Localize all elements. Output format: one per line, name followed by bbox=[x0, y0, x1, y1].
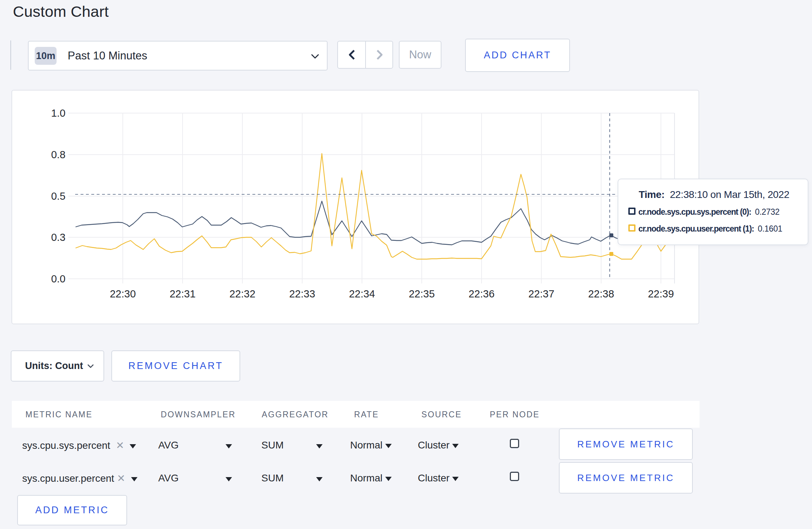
svg-text:22:39: 22:39 bbox=[648, 288, 674, 300]
svg-text:22:31: 22:31 bbox=[170, 288, 196, 300]
svg-text:22:36: 22:36 bbox=[469, 288, 495, 300]
svg-text:22:37: 22:37 bbox=[528, 288, 555, 300]
svg-text:0.5: 0.5 bbox=[51, 190, 66, 202]
svg-text:0.8: 0.8 bbox=[51, 149, 66, 160]
svg-text:22:30: 22:30 bbox=[110, 288, 136, 300]
svg-text:22:38: 22:38 bbox=[588, 288, 614, 300]
svg-text:0.3: 0.3 bbox=[51, 232, 66, 243]
svg-text:22:34: 22:34 bbox=[349, 288, 375, 300]
svg-text:1.0: 1.0 bbox=[51, 107, 66, 119]
svg-text:22:35: 22:35 bbox=[409, 288, 435, 300]
svg-text:0.0: 0.0 bbox=[51, 273, 66, 285]
svg-text:22:33: 22:33 bbox=[289, 288, 315, 300]
svg-text:22:32: 22:32 bbox=[229, 288, 256, 300]
